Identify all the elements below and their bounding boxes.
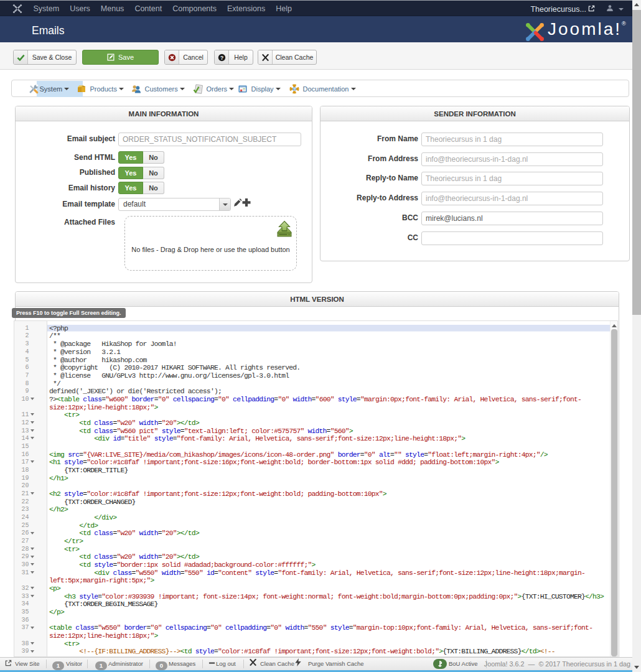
svg-text:?: ? <box>293 87 296 91</box>
svg-text:?: ? <box>220 54 223 60</box>
